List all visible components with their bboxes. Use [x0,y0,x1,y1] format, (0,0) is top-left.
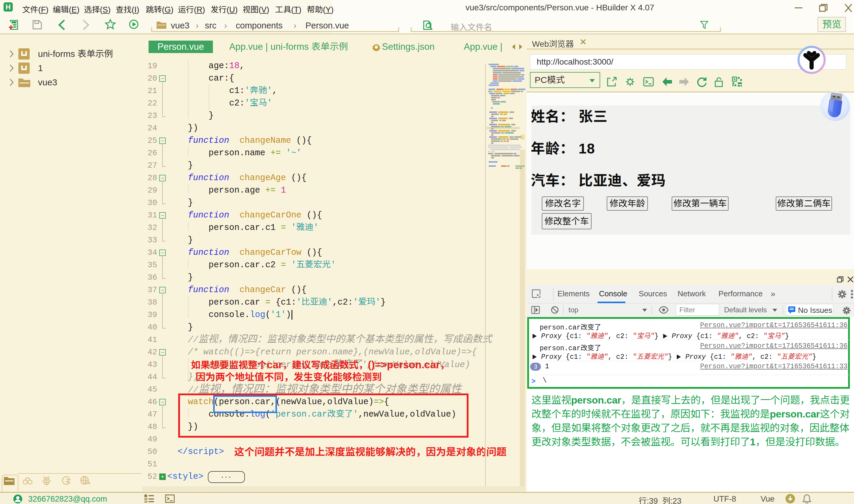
svg-text:H: H [6,3,11,11]
